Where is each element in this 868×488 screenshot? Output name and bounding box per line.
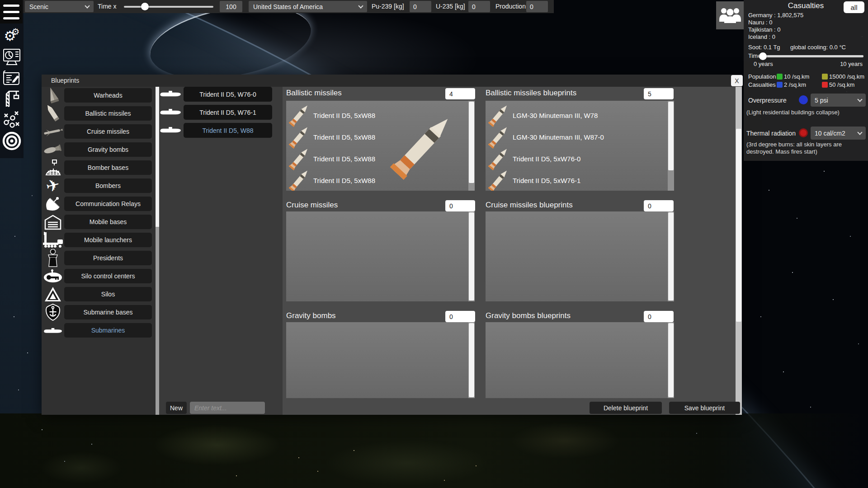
statistics-icon[interactable] <box>1 47 23 67</box>
category-gravity-bombs[interactable]: Gravity bombs <box>64 142 152 157</box>
category-mobile-bases[interactable]: Mobile bases <box>64 215 152 229</box>
list-item[interactable]: Trident II D5, 5xW76-0 <box>492 148 580 169</box>
blueprint-column-scrollbar[interactable] <box>156 87 159 415</box>
list-item[interactable]: Trident II D5, 5xW88 <box>292 104 375 126</box>
section-count-input[interactable] <box>445 311 475 322</box>
screen: Scenic Time x United States of America P… <box>0 0 868 488</box>
thermal-radiation-select[interactable]: 10 cal/cm2 <box>811 127 866 140</box>
time-x-slider-handle[interactable] <box>141 3 149 10</box>
category-communication-relays[interactable]: Communication Relays <box>64 197 152 211</box>
u235-label: U-235 [kg] <box>436 3 465 10</box>
section-title: Cruise missiles blueprints <box>486 201 573 210</box>
cruise-missiles-blueprints-list <box>486 211 674 301</box>
save-blueprint-button[interactable]: Save blueprint <box>669 402 740 414</box>
missile-icon <box>486 123 512 151</box>
list-scrollbar[interactable] <box>468 322 475 398</box>
category-mobile-launchers[interactable]: Mobile launchers <box>64 233 152 247</box>
category-bomber-bases[interactable]: Bomber bases <box>64 160 152 175</box>
section-title: Ballistic missiles blueprints <box>486 89 576 98</box>
list-item[interactable]: Trident II D5, 5xW88 <box>292 148 375 169</box>
gravity-bombs-list <box>286 322 475 398</box>
overpressure-value: 5 psi <box>815 97 828 104</box>
category-ballistic-missiles[interactable]: Ballistic missiles <box>64 106 152 121</box>
time-slider-handle[interactable] <box>759 52 767 60</box>
cruise-missile-icon <box>42 122 63 141</box>
time-max-label: 10 years <box>840 61 863 68</box>
submarine-icon <box>158 127 183 134</box>
time-slider[interactable] <box>762 55 863 57</box>
u235-input[interactable] <box>468 1 490 12</box>
section-title: Gravity bombs <box>286 311 336 320</box>
section-count-input[interactable] <box>644 88 674 99</box>
cruise-missiles-list <box>286 211 475 301</box>
overpressure-label: Overpressure <box>748 97 787 104</box>
list-scrollbar[interactable] <box>468 101 475 191</box>
list-item[interactable]: LGM-30 Minuteman III, W87-0 <box>492 126 604 148</box>
section-count-input[interactable] <box>644 311 674 322</box>
list-scrollbar[interactable] <box>468 211 475 301</box>
time-x-slider[interactable] <box>124 6 213 8</box>
target-icon[interactable] <box>1 131 23 151</box>
scenario-value: Scenic <box>29 3 48 10</box>
close-button[interactable]: X <box>731 75 743 86</box>
launcher-truck-icon <box>42 231 63 249</box>
construction-crane-icon[interactable] <box>1 89 23 108</box>
list-scrollbar[interactable] <box>668 322 674 398</box>
country-select[interactable]: United States of America <box>249 1 367 12</box>
warhead-icon <box>42 86 63 104</box>
overpressure-select[interactable]: 5 psi <box>811 94 866 107</box>
submarine-icon <box>42 322 63 340</box>
blueprint-item-selected[interactable]: Trident II D5, W88 <box>184 123 272 138</box>
category-silo-control-centers[interactable]: Silo control centers <box>64 269 152 283</box>
section-count-input[interactable] <box>644 200 674 211</box>
list-item-label: Trident II D5, 5xW88 <box>313 112 375 119</box>
scenario-select[interactable]: Scenic <box>25 1 94 12</box>
overpressure-color-dot <box>799 95 808 104</box>
category-warheads[interactable]: Warheads <box>64 88 152 103</box>
planet-surface-detail <box>0 413 868 488</box>
pu239-input[interactable] <box>410 1 431 12</box>
submarine-icon <box>158 91 183 98</box>
category-submarine-bases[interactable]: Submarine bases <box>64 305 152 319</box>
section-count-input[interactable] <box>445 200 475 211</box>
new-button[interactable]: New <box>166 402 187 414</box>
strategy-icon[interactable] <box>1 109 23 129</box>
chevron-down-icon <box>85 3 90 8</box>
missile-icon <box>486 145 512 173</box>
category-presidents[interactable]: Presidents <box>64 251 152 265</box>
category-cruise-missiles[interactable]: Cruise missiles <box>64 124 152 139</box>
list-item[interactable]: Trident II D5, 5xW88 <box>292 126 375 148</box>
list-item[interactable]: Trident II D5, 5xW76-1 <box>492 169 580 191</box>
menu-icon[interactable] <box>0 0 23 23</box>
window-titlebar[interactable]: Blueprints <box>42 75 742 87</box>
list-item-label: Trident II D5, 5xW76-0 <box>513 155 580 163</box>
category-bombers[interactable]: Bombers <box>64 178 152 193</box>
population-low-swatch <box>777 74 783 80</box>
blueprint-item[interactable]: Trident II D5, W76-0 <box>184 87 272 102</box>
time-x-value-input[interactable] <box>220 1 242 12</box>
country-casualty-line: Germany : 1,802,575 <box>748 12 803 19</box>
section-title: Cruise missiles <box>286 201 338 210</box>
population-icon[interactable] <box>716 1 744 29</box>
chevron-down-icon <box>857 130 862 135</box>
list-item[interactable]: Trident II D5, 5xW88 <box>292 169 375 191</box>
podium-icon <box>42 249 63 267</box>
window-scrollbar[interactable] <box>736 87 742 415</box>
blueprint-item[interactable]: Trident II D5, W76-1 <box>184 105 272 120</box>
list-scrollbar[interactable] <box>668 211 674 301</box>
settings-gear-icon[interactable]: ⚙⚙ <box>1 26 23 46</box>
missile-icon <box>486 101 512 129</box>
section-count-input[interactable] <box>445 88 475 99</box>
delete-blueprint-button[interactable]: Delete blueprint <box>590 402 662 414</box>
ballistic-missile-icon <box>42 104 63 122</box>
category-submarines[interactable]: Submarines <box>64 323 152 338</box>
list-scrollbar[interactable] <box>668 101 674 191</box>
casualties-low-swatch <box>777 82 783 88</box>
production-input[interactable] <box>526 1 548 12</box>
blueprints-icon[interactable] <box>1 68 23 88</box>
all-button[interactable]: all <box>844 1 864 13</box>
chevron-down-icon <box>857 97 862 102</box>
list-item[interactable]: LGM-30 Minuteman III, W78 <box>492 104 598 126</box>
blueprint-name-input[interactable] <box>190 402 265 414</box>
category-silos[interactable]: Silos <box>64 287 152 301</box>
